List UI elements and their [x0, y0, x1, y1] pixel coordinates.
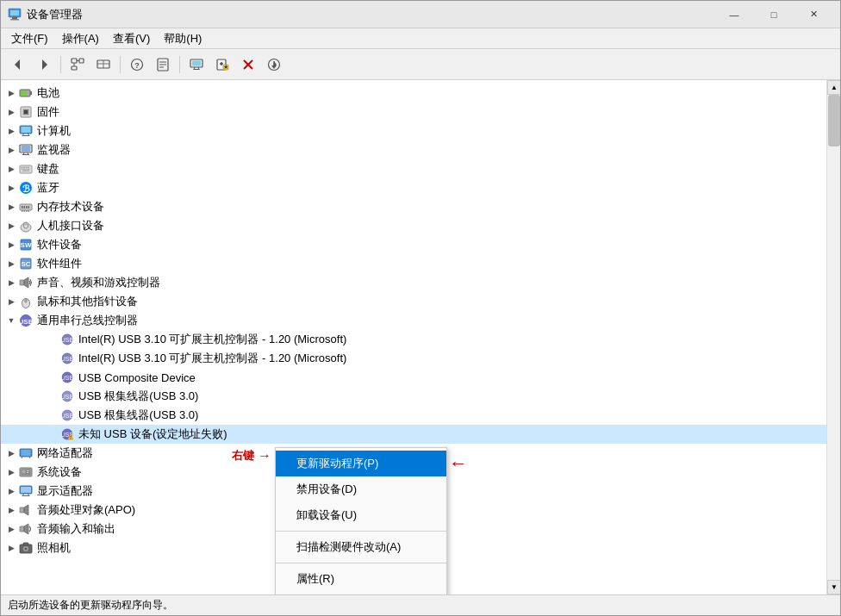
menu-action[interactable]: 操作(A) — [55, 29, 106, 48]
scroll-track[interactable] — [827, 95, 840, 580]
expand-mouse[interactable]: ▶ — [4, 295, 18, 308]
expand-audio-io[interactable]: ▶ — [4, 522, 18, 536]
expand-hid[interactable]: ▶ — [4, 219, 18, 233]
context-menu: 更新驱动程序(P) 禁用设备(D) 卸载设备(U) 扫描检测硬件改动(A) 属性… — [275, 447, 447, 594]
scan-button[interactable] — [262, 53, 286, 77]
deviceview-button[interactable] — [91, 53, 115, 77]
tree-item-firmware[interactable]: ▶ 固件 — [1, 103, 826, 121]
icon-usb: USB — [18, 313, 34, 328]
tree-item-battery[interactable]: ▶ 电池 — [1, 84, 826, 103]
svg-rect-83 — [20, 280, 24, 285]
svg-rect-125 — [23, 543, 28, 545]
add-button[interactable]: ★ — [210, 53, 234, 77]
tree-label-intel-usb-2: Intel(R) USB 3.10 可扩展主机控制器 - 1.20 (Micro… — [78, 351, 823, 366]
menu-help[interactable]: 帮助(H) — [157, 29, 209, 48]
tree-item-bluetooth[interactable]: ▶ ℬ 蓝牙 — [1, 178, 826, 197]
expand-audio-proc[interactable]: ▶ — [4, 503, 18, 517]
expand-battery[interactable]: ▶ — [4, 86, 18, 100]
tree-item-usb-hub-1[interactable]: ▶ USB USB 根集线器(USB 3.0) — [1, 387, 826, 406]
device-tree[interactable]: ▶ 电池 ▶ — [1, 80, 826, 594]
expand-firmware[interactable]: ▶ — [4, 105, 18, 119]
help-button[interactable]: ? — [125, 53, 149, 77]
svg-rect-72 — [26, 210, 28, 212]
icon-mouse — [18, 294, 34, 309]
ctx-uninstall-device[interactable]: 卸载设备(U) — [276, 502, 446, 528]
tree-item-hid[interactable]: ▶ 人机接口设备 — [1, 216, 826, 235]
tree-label-computer: 计算机 — [37, 123, 823, 139]
expand-computer[interactable]: ▶ — [4, 124, 18, 138]
tree-label-usb-hub-2: USB 根集线器(USB 3.0) — [78, 408, 823, 423]
ctx-update-driver-label: 更新驱动程序(P) — [296, 456, 378, 471]
icon-usb-hub-2: USB — [59, 408, 75, 423]
icon-firmware — [18, 104, 34, 120]
expand-software[interactable]: ▶ — [4, 238, 18, 252]
ctx-scan-hardware[interactable]: 扫描检测硬件改动(A) — [276, 534, 446, 560]
minimize-button[interactable]: — — [714, 1, 754, 28]
svg-rect-3 — [10, 19, 19, 21]
treeview-button[interactable] — [65, 53, 90, 77]
properties-button[interactable] — [151, 53, 175, 77]
window-controls: — □ ✕ — [714, 1, 833, 28]
tree-item-usb-hub-2[interactable]: ▶ USB USB 根集线器(USB 3.0) — [1, 406, 826, 425]
tree-item-usb-composite[interactable]: ▶ USB USB Composite Device — [1, 368, 826, 387]
back-button[interactable] — [6, 53, 30, 77]
icon-keyboard — [18, 161, 34, 177]
icon-usb-hub-1: USB — [59, 389, 75, 404]
tree-item-software[interactable]: ▶ SW 软件设备 — [1, 235, 826, 254]
expand-display[interactable]: ▶ — [4, 484, 18, 498]
svg-rect-120 — [20, 526, 24, 532]
restore-button[interactable]: □ — [754, 1, 794, 28]
expand-keyboard[interactable]: ▶ — [4, 162, 18, 176]
svg-rect-77 — [24, 223, 27, 225]
menu-view[interactable]: 查看(V) — [106, 29, 157, 48]
ctx-disable-device[interactable]: 禁用设备(D) — [276, 476, 446, 502]
svg-rect-56 — [26, 167, 28, 169]
tree-item-memory[interactable]: ▶ 内存技术设备 — [1, 197, 826, 216]
main-area: ▶ 电池 ▶ — [1, 80, 840, 594]
svg-rect-67 — [24, 206, 26, 208]
tree-item-usb[interactable]: ▼ USB 通用串行总线控制器 — [1, 311, 826, 330]
ctx-update-driver[interactable]: 更新驱动程序(P) — [276, 451, 446, 476]
scroll-up-button[interactable]: ▲ — [827, 80, 840, 95]
expand-sound[interactable]: ▶ — [4, 276, 18, 289]
svg-text:USB: USB — [19, 318, 33, 326]
svg-marker-84 — [24, 277, 28, 288]
tree-item-intel-usb-1[interactable]: ▶ USB Intel(R) USB 3.10 可扩展主机控制器 - 1.20 … — [1, 330, 826, 349]
close-button[interactable]: ✕ — [794, 1, 833, 28]
svg-rect-61 — [28, 169, 29, 171]
tree-item-sound[interactable]: ▶ 声音、视频和游戏控制器 — [1, 273, 826, 292]
expand-usb[interactable]: ▼ — [4, 314, 18, 327]
icon-memory — [18, 199, 34, 215]
tree-item-keyboard[interactable]: ▶ 键盘 — [1, 159, 826, 178]
tree-item-mouse[interactable]: ▶ 鼠标和其他指针设备 — [1, 292, 826, 311]
svg-rect-69 — [28, 206, 30, 208]
tree-item-computer[interactable]: ▶ 计算机 — [1, 121, 826, 140]
remove-button[interactable] — [236, 53, 260, 77]
scrollbar[interactable]: ▲ ▼ — [826, 80, 840, 594]
icon-hid — [18, 218, 34, 233]
expand-monitor[interactable]: ▶ — [4, 143, 18, 157]
svg-rect-44 — [22, 127, 31, 133]
tree-item-monitor[interactable]: ▶ 监视器 — [1, 140, 826, 159]
expand-memory[interactable]: ▶ — [4, 200, 18, 214]
scroll-thumb[interactable] — [828, 95, 840, 146]
expand-network[interactable]: ▶ — [4, 446, 18, 460]
icon-computer — [18, 123, 34, 139]
forward-button[interactable] — [32, 53, 56, 77]
tree-item-softcomp[interactable]: ▶ SC 软件组件 — [1, 254, 826, 273]
tree-item-usb-unknown[interactable]: ▶ USB ! 未知 USB 设备(设定地址失败) — [1, 425, 826, 444]
expand-system[interactable]: ▶ — [4, 465, 18, 479]
menu-file[interactable]: 文件(F) — [4, 29, 55, 48]
tree-label-usb-hub-1: USB 根集线器(USB 3.0) — [78, 389, 823, 404]
svg-rect-21 — [192, 60, 201, 65]
expand-bluetooth[interactable]: ▶ — [4, 181, 18, 195]
monitor-button[interactable] — [184, 53, 209, 77]
window-icon — [8, 8, 22, 22]
svg-rect-71 — [24, 210, 26, 212]
ctx-properties[interactable]: 属性(R) — [276, 566, 446, 592]
tree-item-intel-usb-2[interactable]: ▶ USB Intel(R) USB 3.10 可扩展主机控制器 - 1.20 … — [1, 349, 826, 368]
scroll-down-button[interactable]: ▼ — [827, 580, 840, 594]
svg-marker-121 — [24, 524, 28, 534]
expand-camera[interactable]: ▶ — [4, 541, 18, 555]
expand-softcomp[interactable]: ▶ — [4, 257, 18, 271]
